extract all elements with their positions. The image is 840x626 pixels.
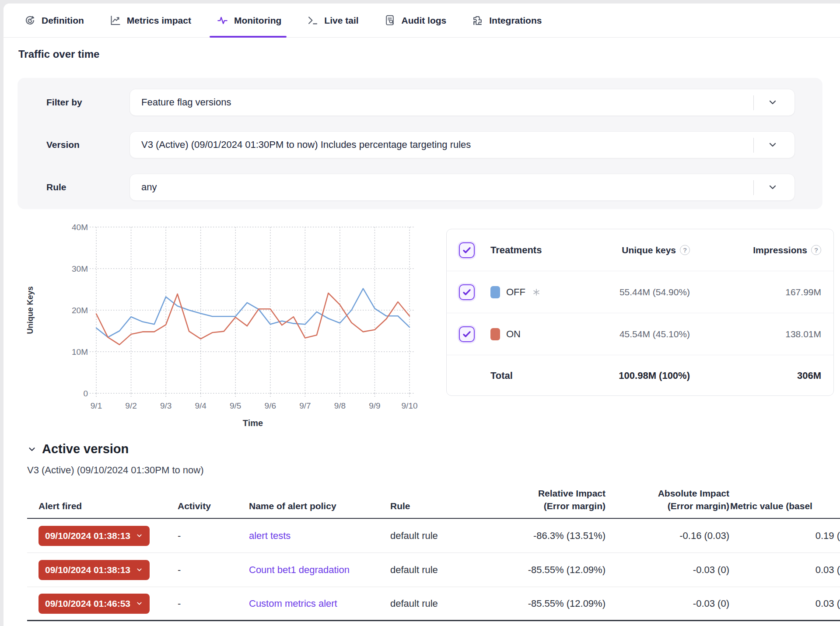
- treatment-row-off: OFF55.44M (54.90%)167.99M: [447, 271, 833, 313]
- treatment-name: OFF: [490, 286, 571, 298]
- tab-live-tail[interactable]: Live tail: [307, 3, 358, 37]
- metric-value-cell: 0.03 (: [729, 564, 840, 576]
- selected-value: any: [141, 182, 157, 193]
- y-tick-label: 40M: [72, 223, 88, 232]
- treatments-total-row: Total100.98M (100%)306M: [447, 355, 833, 396]
- alert-row: 09/10/2024 01:46:53-Custom metrics alert…: [27, 587, 840, 621]
- treatments-card: TreatmentsUnique keys?Impressions?OFF55.…: [446, 229, 834, 396]
- filter-label: Rule: [46, 182, 66, 192]
- treatment-row-on: ON45.54M (45.10%)138.01M: [447, 313, 833, 355]
- traffic-chart: 40M30M20M10M09/19/29/39/49/59/69/79/89/9…: [24, 219, 418, 436]
- series-color-swatch: [490, 286, 500, 298]
- chevron-down-icon[interactable]: [767, 140, 778, 150]
- column-header-metric: Metric value (basel: [729, 500, 840, 512]
- tab-metrics-impact[interactable]: Metrics impact: [109, 3, 191, 37]
- alert-fired-cell: 09/10/2024 01:38:13: [27, 560, 178, 580]
- alerts-header-row: Alert firedActivityName of alert policyR…: [27, 480, 840, 519]
- tab-monitoring[interactable]: Monitoring: [217, 3, 281, 37]
- audit-logs-icon: [384, 14, 396, 26]
- rule-select[interactable]: any: [130, 174, 795, 201]
- chevron-down-icon[interactable]: [767, 97, 778, 108]
- treatment-checkbox[interactable]: [459, 284, 475, 300]
- asterisk-icon: [532, 287, 541, 297]
- column-header-activity: Activity: [178, 500, 249, 512]
- tab-label: Monitoring: [234, 15, 281, 26]
- definition-icon: [24, 14, 36, 26]
- rule-cell: default rule: [390, 530, 488, 542]
- y-tick-label: 10M: [72, 347, 88, 357]
- unique-keys-value: 55.44M (54.90%): [571, 287, 690, 297]
- help-icon[interactable]: ?: [811, 245, 821, 255]
- tab-label: Audit logs: [402, 15, 447, 26]
- x-tick-label: 9/3: [160, 401, 172, 410]
- section-title: Traffic over time: [18, 48, 99, 60]
- x-axis-title: Time: [243, 418, 263, 428]
- activity-cell: -: [178, 598, 249, 609]
- alert-row: 09/10/2024 01:38:13-alert testsdefault r…: [27, 519, 840, 553]
- tab-bar: DefinitionMetrics impactMonitoringLive t…: [4, 3, 840, 38]
- line-chart: 40M30M20M10M09/19/29/39/49/59/69/79/89/9…: [24, 219, 418, 436]
- active-version-header: Active version: [27, 442, 129, 456]
- active-version-title: Active version: [42, 442, 129, 456]
- alert-policy-link[interactable]: Custom metrics alert: [249, 598, 337, 609]
- help-icon[interactable]: ?: [680, 245, 690, 255]
- chevron-down-icon[interactable]: [767, 182, 778, 192]
- activity-cell: -: [178, 564, 249, 576]
- monitoring-icon: [217, 14, 228, 26]
- filter-row-filter-by: Filter byFeature flag versions: [18, 89, 822, 116]
- alerts-table: Alert firedActivityName of alert policyR…: [27, 480, 840, 621]
- total-impressions: 306M: [690, 370, 821, 381]
- alert-fired-badge[interactable]: 09/10/2024 01:38:13: [38, 560, 150, 580]
- tab-audit-logs[interactable]: Audit logs: [384, 3, 447, 37]
- tab-integrations[interactable]: Integrations: [472, 3, 542, 37]
- y-tick-label: 30M: [72, 264, 88, 273]
- x-tick-label: 9/8: [334, 401, 346, 410]
- total-unique-keys: 100.98M (100%): [571, 370, 690, 381]
- alert-row: 09/10/2024 01:38:13-Count bet1 degradati…: [27, 553, 840, 587]
- alert-policy-link[interactable]: Count bet1 degradation: [249, 564, 350, 575]
- alert-policy-link[interactable]: alert tests: [249, 530, 290, 541]
- column-header-absolute: Absolute Impact(Error margin): [606, 487, 729, 512]
- x-tick-label: 9/10: [402, 401, 418, 410]
- policy-cell: Count bet1 degradation: [249, 564, 390, 576]
- y-tick-label: 0: [83, 389, 88, 398]
- treatment-checkbox[interactable]: [459, 242, 475, 258]
- unique-keys-header: Unique keys?: [571, 245, 690, 255]
- integrations-icon: [472, 14, 483, 26]
- tab-definition[interactable]: Definition: [24, 3, 84, 37]
- select-divider: [753, 180, 754, 195]
- absolute-impact-cell: -0.03 (0): [606, 564, 729, 576]
- version-select[interactable]: V3 (Active) (09/01/2024 01:30PM to now) …: [130, 131, 795, 158]
- column-header-rule: Rule: [390, 500, 488, 512]
- x-tick-label: 9/5: [230, 401, 241, 410]
- x-tick-label: 9/2: [125, 401, 136, 410]
- filter-by-select[interactable]: Feature flag versions: [130, 89, 795, 116]
- alert-fired-badge[interactable]: 09/10/2024 01:46:53: [38, 594, 150, 614]
- treatment-name: ON: [490, 328, 571, 340]
- impressions-value: 138.01M: [690, 329, 821, 339]
- column-header-fired: Alert fired: [27, 500, 178, 512]
- monitoring-page: DefinitionMetrics impactMonitoringLive t…: [0, 0, 840, 626]
- chevron-down-icon: [136, 566, 143, 574]
- selected-value: V3 (Active) (09/01/2024 01:30PM to now) …: [141, 139, 471, 150]
- alert-fired-cell: 09/10/2024 01:38:13: [27, 526, 178, 546]
- alert-fired-cell: 09/10/2024 01:46:53: [27, 594, 178, 614]
- series-off: [96, 289, 410, 337]
- unique-keys-value: 45.54M (45.10%): [571, 329, 690, 339]
- y-axis-title: Unique Keys: [26, 286, 35, 334]
- treatment-checkbox[interactable]: [459, 326, 475, 342]
- chevron-down-icon[interactable]: [27, 444, 37, 454]
- x-tick-label: 9/7: [299, 401, 311, 410]
- select-divider: [753, 138, 754, 153]
- metric-value-cell: 0.03 (: [729, 598, 840, 609]
- column-header-policy: Name of alert policy: [249, 500, 390, 512]
- impressions-header: Impressions?: [690, 245, 821, 255]
- selected-value: Feature flag versions: [141, 97, 231, 108]
- filter-panel: Filter byFeature flag versionsVersionV3 …: [18, 78, 822, 209]
- relative-impact-cell: -86.3% (13.51%): [488, 530, 606, 542]
- x-tick-label: 9/4: [195, 401, 206, 410]
- relative-impact-cell: -85.55% (12.09%): [488, 564, 606, 576]
- alert-fired-badge[interactable]: 09/10/2024 01:38:13: [38, 526, 150, 546]
- live-tail-icon: [307, 14, 318, 26]
- x-tick-label: 9/9: [369, 401, 380, 410]
